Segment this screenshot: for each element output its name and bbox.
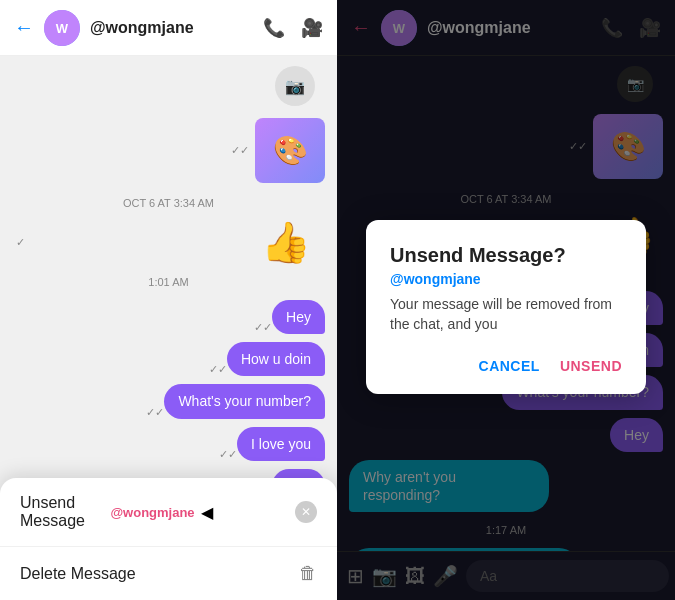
- dialog-cancel-button[interactable]: CANCEL: [479, 354, 540, 378]
- left-bottom-sheet: Unsend Message @wongmjane ◀ ✕ Delete Mes…: [0, 478, 337, 600]
- left-header-username: @wongmjane: [90, 19, 253, 37]
- delete-icon: 🗑: [299, 563, 317, 584]
- dialog-title: Unsend Message?: [390, 244, 622, 267]
- unsend-label: Unsend Message: [20, 494, 102, 530]
- dialog-body: Your message will be removed from the ch…: [390, 295, 622, 334]
- dialog-username: @wongmjane: [390, 271, 622, 287]
- left-bubble-love[interactable]: I love you: [237, 427, 325, 461]
- left-sticker: ✓✓ 🎨: [12, 118, 325, 183]
- dialog-overlay: Unsend Message? @wongmjane Your message …: [337, 0, 675, 600]
- dialog-unsend-button[interactable]: UNSEND: [560, 354, 622, 378]
- left-msg-hey: ✓✓ Hey: [12, 300, 325, 334]
- unsend-message-item[interactable]: Unsend Message @wongmjane ◀ ✕: [0, 478, 337, 547]
- svg-text:W: W: [56, 21, 69, 36]
- dialog-actions: CANCEL UNSEND: [390, 354, 622, 378]
- left-camera-placeholder: 📷: [275, 66, 315, 106]
- left-msg-howudoin: ✓✓ How u doin: [12, 342, 325, 376]
- left-bubble-howudoin[interactable]: How u doin: [227, 342, 325, 376]
- left-timestamp1: OCT 6 AT 3:34 AM: [12, 197, 325, 209]
- right-panel: ← W @wongmjane 📞 🎥 📷 ✓✓ 🎨 OCT 6 AT 3:34 …: [337, 0, 675, 600]
- left-header-icons: 📞 🎥: [263, 17, 323, 39]
- left-panel: ← W @wongmjane 📞 🎥 📷 ✓✓ 🎨 OCT 6 AT 3:34 …: [0, 0, 337, 600]
- delete-message-item[interactable]: Delete Message 🗑: [0, 547, 337, 600]
- left-phone-icon[interactable]: 📞: [263, 17, 285, 39]
- left-video-icon[interactable]: 🎥: [301, 17, 323, 39]
- left-back-button[interactable]: ←: [14, 16, 34, 39]
- unsend-username-tag: @wongmjane: [110, 505, 194, 520]
- left-msg-number: ✓✓ What's your number?: [12, 384, 325, 418]
- left-check1: ✓✓: [231, 144, 249, 157]
- delete-label: Delete Message: [20, 565, 299, 583]
- left-thumbs-up: 👍: [261, 219, 311, 266]
- left-bubble-hey[interactable]: Hey: [272, 300, 325, 334]
- left-avatar[interactable]: W: [44, 10, 80, 46]
- left-timestamp2: 1:01 AM: [12, 276, 325, 288]
- unsend-close-icon[interactable]: ✕: [295, 501, 317, 523]
- unsend-dialog: Unsend Message? @wongmjane Your message …: [366, 220, 646, 394]
- left-header: ← W @wongmjane 📞 🎥: [0, 0, 337, 56]
- left-msg-love: ✓✓ I love you: [12, 427, 325, 461]
- left-bubble-number[interactable]: What's your number?: [164, 384, 325, 418]
